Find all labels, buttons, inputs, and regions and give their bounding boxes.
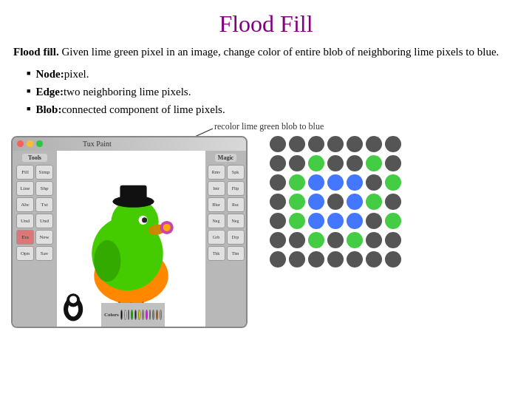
color-swatch-3[interactable] [131,310,133,320]
magic-thin[interactable]: Thn [227,246,245,261]
tool-open[interactable]: Opn [16,246,34,261]
color-swatch-4[interactable] [134,310,137,320]
color-swatch-0[interactable] [120,310,123,320]
description-bold-term: Flood fill. [13,46,59,58]
pixel-cell-47 [366,251,382,267]
pixel-cell-7 [270,155,286,171]
color-swatch-5[interactable] [138,310,140,320]
description-intro-text: Given lime green pixel in an image, chan… [59,46,499,58]
pixel-cell-26 [366,194,382,210]
pixel-cell-16 [308,174,324,191]
color-swatch-11[interactable] [160,310,162,320]
pixel-cell-39 [347,232,363,248]
close-button[interactable] [17,140,24,147]
main-content: Flood fill. Given lime green pixel in an… [0,44,532,118]
tux-paint-titlebar: Tux Paint [13,137,246,151]
tool-row-4: Und Und [16,214,53,228]
pixel-cell-29 [289,213,305,229]
pixel-cell-9 [308,155,324,171]
pixel-cell-22 [289,194,305,210]
pixel-cell-17 [327,174,344,191]
page-title: Flood Fill [0,0,532,44]
magic-negative2[interactable]: Neg [227,214,245,228]
tool-new[interactable]: New [35,230,53,245]
magic-sprinks[interactable]: Spk [227,165,245,180]
bullet-blob-text: connected component of lime pixels. [61,100,225,118]
color-swatch-10[interactable] [156,310,158,320]
magic-intro[interactable]: Intr [208,181,225,196]
pixel-cell-11 [347,155,363,171]
tux-paint-left-panel: Tools Fill Stmp Line Shp Abc Txt Und Und [13,151,57,327]
pixel-cell-13 [385,155,401,171]
bullet-list: Node: pixel. Edge: two neighboring lime … [13,65,519,118]
tool-lines[interactable]: Line [16,181,34,196]
magic-row-2: Intr Flip [208,181,245,196]
bullet-blob-term: Blob: [35,100,61,118]
annotation-label: recolor lime green blob to blue [214,121,324,132]
lower-area: Tux Paint Tools Fill Stmp Line Shp Abc T… [0,121,532,328]
color-swatch-6[interactable] [142,310,144,320]
pixel-cell-19 [366,174,382,191]
pixel-cell-30 [308,213,324,229]
tux-paint-color-bar: Colors [101,303,165,327]
pixel-cell-10 [327,155,344,171]
svg-point-20 [69,296,77,303]
pixel-cell-32 [347,213,363,229]
bird-svg [57,151,205,327]
pixel-cell-25 [347,194,363,210]
pixel-cell-5 [366,136,382,152]
color-swatch-2[interactable] [128,310,130,320]
pixel-cell-31 [327,213,344,229]
pixel-cell-44 [308,251,324,267]
tux-paint-body: Tools Fill Stmp Line Shp Abc Txt Und Und [13,151,246,327]
tool-row-3: Abc Txt [16,197,53,212]
tux-paint-window: Tux Paint Tools Fill Stmp Line Shp Abc T… [11,136,248,328]
color-swatch-7[interactable] [146,310,148,320]
pixel-cell-6 [385,136,401,152]
bullet-edge-term: Edge: [35,83,64,100]
minimize-button[interactable] [27,140,33,147]
pixel-cell-18 [347,174,363,191]
tux-paint-canvas[interactable]: Colors [57,151,205,327]
color-swatch-8[interactable] [149,310,151,320]
svg-point-12 [163,223,171,231]
pixel-cell-40 [366,232,382,248]
bullet-blob: Blob: connected component of lime pixels… [27,100,519,118]
tool-undo2[interactable]: Und [35,214,53,228]
tool-save[interactable]: Sav [35,246,53,261]
pixel-cell-3 [327,136,344,152]
pixel-cell-21 [270,194,286,210]
color-swatch-1[interactable] [124,310,126,320]
tool-abc[interactable]: Abc [16,197,34,212]
tux-paint-right-panel: Magic Rmv Spk Intr Flip Blur Rsz Neg Neg [205,151,246,327]
pixel-cell-34 [385,213,401,229]
pixel-cell-48 [385,251,401,267]
magic-grab[interactable]: Grb [208,230,225,245]
tool-stamp[interactable]: Stmp [35,165,53,180]
tool-fill[interactable]: Fill [16,165,34,180]
magic-flip[interactable]: Flip [227,181,245,196]
tool-undo[interactable]: Und [16,214,34,228]
magic-thick[interactable]: Thk [208,246,225,261]
maximize-button[interactable] [36,140,43,147]
tool-text[interactable]: Txt [35,197,53,212]
pixel-cell-37 [308,232,324,248]
pixel-cell-0 [270,136,286,152]
magic-blur[interactable]: Blur [208,197,225,212]
magic-resize[interactable]: Rsz [227,197,245,212]
magic-row-5: Grb Drp [208,230,245,245]
pixel-grid-container [270,136,403,269]
pixel-cell-33 [366,213,382,229]
pixel-cell-41 [385,232,401,248]
tool-eraser[interactable]: Era [16,230,34,245]
tool-shapes[interactable]: Shp [35,181,53,196]
magic-row-3: Blur Rsz [208,197,245,212]
magic-drip[interactable]: Drp [227,230,245,245]
bullet-edge: Edge: two neighboring lime pixels. [27,83,519,100]
magic-remove[interactable]: Rmv [208,165,225,180]
pixel-cell-35 [270,232,286,248]
colors-label: Colors [104,312,119,318]
tool-row-5: Era New [16,230,53,245]
magic-negative[interactable]: Neg [208,214,225,228]
color-swatch-9[interactable] [152,310,154,320]
